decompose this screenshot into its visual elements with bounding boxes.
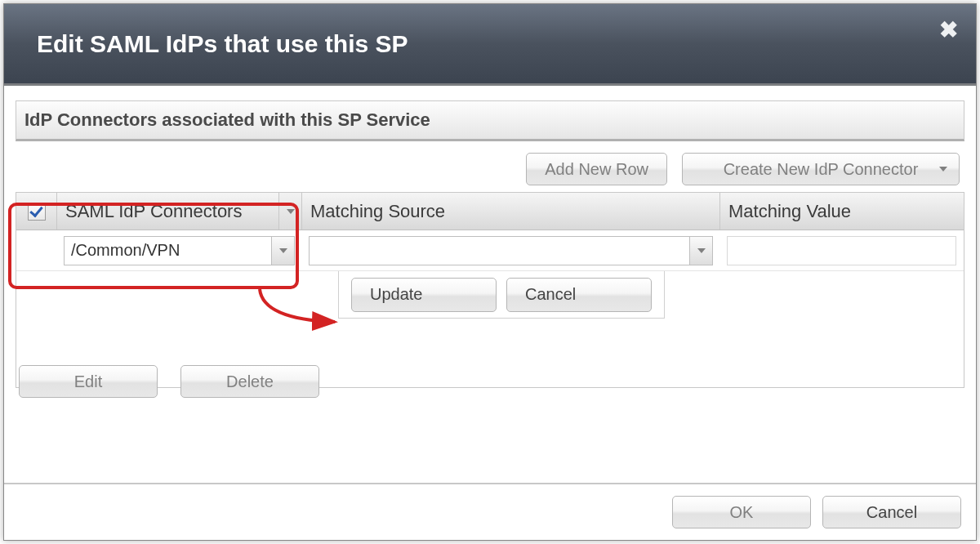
connectors-table: SAML IdP Connectors Matching Source Matc… [16, 192, 964, 388]
create-new-idp-connector-label: Create New IdP Connector [724, 160, 919, 179]
dialog-title: Edit SAML IdPs that use this SP [37, 30, 408, 58]
edit-button[interactable]: Edit [19, 365, 158, 398]
matching-source-select[interactable] [309, 236, 713, 265]
select-all-header [16, 193, 57, 230]
close-icon[interactable]: ✖ [939, 19, 958, 42]
update-label: Update [370, 285, 423, 304]
column-menu-icon[interactable] [278, 193, 301, 230]
cancel-row-button[interactable]: Cancel [506, 278, 652, 312]
column-header-matching-source-label: Matching Source [310, 201, 445, 222]
add-new-row-label: Add New Row [545, 160, 648, 179]
edit-label: Edit [74, 372, 102, 391]
dialog-footer: OK Cancel [4, 483, 976, 540]
ok-button[interactable]: OK [672, 496, 811, 528]
delete-label: Delete [226, 372, 274, 391]
column-header-connectors-label: SAML IdP Connectors [65, 201, 242, 222]
cancel-button[interactable]: Cancel [822, 496, 961, 528]
column-header-connectors[interactable]: SAML IdP Connectors [57, 193, 302, 230]
column-header-matching-value[interactable]: Matching Value [720, 193, 964, 230]
add-new-row-button[interactable]: Add New Row [526, 153, 667, 185]
cancel-row-label: Cancel [525, 285, 576, 304]
matching-value-input[interactable] [727, 236, 956, 265]
caret-icon [279, 248, 287, 253]
chevron-down-icon[interactable] [689, 237, 712, 265]
dialog-body: IdP Connectors associated with this SP S… [4, 86, 976, 483]
column-header-matching-value-label: Matching Value [728, 201, 851, 222]
chevron-down-icon [287, 209, 295, 214]
dialog: Edit SAML IdPs that use this SP ✖ IdP Co… [3, 3, 977, 541]
saml-idp-connector-select[interactable]: /Common/VPN [64, 236, 295, 265]
update-button[interactable]: Update [351, 278, 497, 312]
ok-label: OK [730, 503, 754, 522]
connector-cell: /Common/VPN [57, 230, 302, 270]
saml-idp-connector-value: /Common/VPN [71, 241, 180, 260]
delete-button[interactable]: Delete [180, 365, 319, 398]
caret-icon [697, 248, 706, 253]
titlebar: Edit SAML IdPs that use this SP ✖ [4, 4, 976, 86]
cancel-label: Cancel [866, 503, 917, 522]
select-all-checkbox[interactable] [28, 203, 46, 221]
section-header: IdP Connectors associated with this SP S… [16, 100, 964, 141]
toolbar: Add New Row Create New IdP Connector [16, 153, 964, 185]
table-header: SAML IdP Connectors Matching Source Matc… [16, 193, 964, 230]
chevron-down-icon[interactable] [271, 237, 294, 265]
create-new-idp-connector-button[interactable]: Create New IdP Connector [682, 153, 960, 185]
list-actions: Edit Delete [19, 365, 319, 398]
chevron-down-icon [939, 167, 947, 172]
inline-row-actions: Update Cancel [338, 271, 665, 319]
matching-source-cell [302, 230, 720, 270]
matching-value-cell [720, 230, 964, 270]
table-row[interactable]: /Common/VPN [16, 230, 964, 271]
row-checkbox-cell [16, 230, 57, 270]
column-header-matching-source[interactable]: Matching Source [302, 193, 720, 230]
